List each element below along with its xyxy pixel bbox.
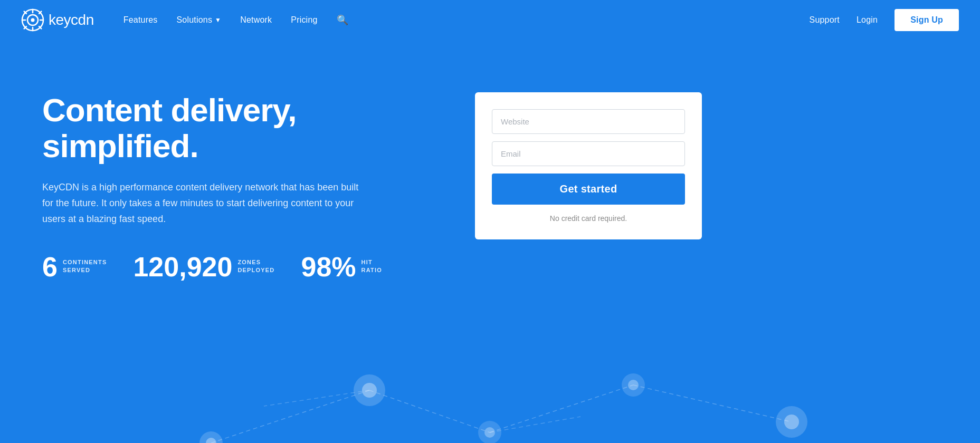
logo-icon <box>21 8 44 32</box>
svg-point-23 <box>622 373 645 397</box>
nav-pricing-link[interactable]: Pricing <box>291 15 317 25</box>
svg-point-20 <box>362 383 377 398</box>
nav-network-link[interactable]: Network <box>240 15 272 25</box>
stat-hit-ratio-label: HIT RATIO <box>361 253 382 274</box>
get-started-button[interactable]: Get started <box>492 174 685 205</box>
svg-line-14 <box>633 385 792 422</box>
signup-card: Get started No credit card required. <box>475 92 702 239</box>
hero-left: Content delivery, simplified. KeyCDN is … <box>42 82 443 281</box>
svg-line-12 <box>369 390 490 432</box>
svg-point-17 <box>199 431 223 443</box>
svg-point-22 <box>484 427 495 438</box>
nav-left: keycdn Features Solutions ▼ Network Pric… <box>21 8 810 32</box>
svg-point-26 <box>784 415 799 429</box>
hero-title: Content delivery, simplified. <box>42 92 443 164</box>
stat-zones-label: ZONES DEPLOYED <box>237 253 274 274</box>
stat-continents: 6 CONTINENTS SERVED <box>42 253 107 281</box>
svg-point-18 <box>206 438 216 443</box>
chevron-down-icon: ▼ <box>215 16 221 24</box>
no-credit-text: No credit card required. <box>492 214 685 223</box>
logo-text: keycdn <box>49 12 94 28</box>
stat-zones: 120,920 ZONES DEPLOYED <box>133 253 274 281</box>
nav-solutions-link[interactable]: Solutions ▼ <box>176 15 221 25</box>
svg-point-24 <box>628 380 639 390</box>
stat-continents-number: 6 <box>42 253 58 281</box>
stat-zones-number: 120,920 <box>133 253 232 281</box>
logo-link[interactable]: keycdn <box>21 8 94 32</box>
hero-description: KeyCDN is a high performance content del… <box>42 180 369 227</box>
login-link[interactable]: Login <box>857 15 878 25</box>
svg-point-21 <box>478 421 501 443</box>
stats-section: 6 CONTINENTS SERVED 120,920 ZONES DEPLOY… <box>42 253 443 281</box>
network-background <box>0 338 980 443</box>
svg-line-15 <box>264 390 369 406</box>
signup-button[interactable]: Sign Up <box>895 9 959 31</box>
stat-hit-ratio-number: 98% <box>301 253 356 281</box>
stat-continents-label: CONTINENTS SERVED <box>63 253 107 274</box>
email-input[interactable] <box>492 141 685 166</box>
support-link[interactable]: Support <box>810 15 840 25</box>
hero-section: Content delivery, simplified. KeyCDN is … <box>0 40 980 443</box>
nav-features-link[interactable]: Features <box>123 15 158 25</box>
svg-line-16 <box>490 417 581 432</box>
network-svg <box>0 338 980 443</box>
svg-point-19 <box>354 374 385 406</box>
search-icon[interactable]: 🔍 <box>337 14 348 26</box>
svg-point-25 <box>776 406 807 438</box>
website-input[interactable] <box>492 109 685 134</box>
navbar: keycdn Features Solutions ▼ Network Pric… <box>0 0 980 40</box>
svg-line-13 <box>490 385 633 432</box>
svg-line-11 <box>211 390 369 443</box>
svg-point-2 <box>31 18 35 22</box>
nav-right: Support Login Sign Up <box>810 9 959 31</box>
stat-hit-ratio: 98% HIT RATIO <box>301 253 382 281</box>
